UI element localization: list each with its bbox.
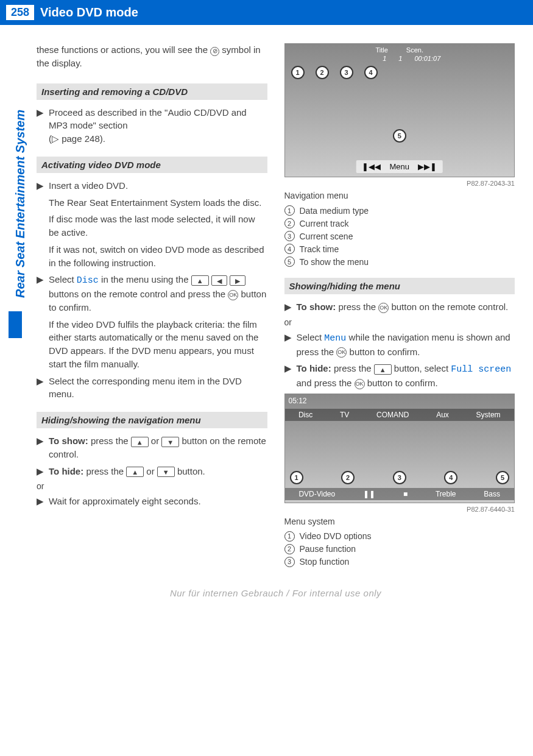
callout-num-icon: 2: [284, 544, 295, 554]
up-button-icon: ▲: [131, 437, 149, 447]
callout-num-icon: 3: [284, 231, 295, 241]
label-to-show: To show:: [49, 436, 88, 446]
figure1-caption: Navigation menu: [284, 191, 515, 200]
figure1-code: P82.87-2043-31: [284, 180, 515, 187]
callout-text: Current track: [300, 219, 349, 228]
step-marker-icon: ▶: [37, 434, 45, 461]
down-button-icon: ▼: [157, 467, 175, 477]
callout-text: Stop function: [300, 557, 350, 567]
prev-icon: ❚◀◀: [362, 162, 381, 171]
callout-2-icon: 2: [316, 66, 329, 79]
callout-3-icon: 3: [340, 66, 353, 79]
text: press the: [336, 302, 378, 312]
figure2-caption: Menu system: [284, 517, 515, 526]
callout-4-icon: 4: [444, 471, 457, 484]
pause-icon: ❚❚: [363, 490, 375, 498]
text: Select: [297, 332, 325, 342]
label-to-hide: To hide:: [49, 466, 83, 476]
callout-num-icon: 2: [284, 218, 295, 228]
callout-4-icon: 4: [364, 66, 378, 79]
label-to-show: To show:: [297, 302, 336, 312]
step-marker-icon: ▶: [37, 106, 45, 146]
fig2-time: 05:12: [289, 397, 307, 405]
section-activating: Activating video DVD mode: [37, 157, 267, 173]
callout-5-icon: 5: [393, 129, 406, 143]
text: in the menu using the: [99, 274, 191, 284]
callout-num-icon: 3: [284, 557, 295, 567]
callout-num-icon: 1: [284, 205, 295, 216]
text: button.: [175, 466, 205, 476]
fig2-tab-comand: COMAND: [376, 411, 409, 419]
step-nav-hide: ▶ To hide: press the ▲ or ▼ button.: [37, 465, 267, 478]
text: button, select: [392, 363, 451, 373]
text: Wait for approximately eight seconds.: [49, 495, 267, 508]
label-to-hide: To hide:: [297, 363, 331, 373]
callout-1-icon: 1: [290, 471, 303, 484]
down-button-icon: ▼: [161, 437, 179, 447]
step-marker-icon: ▶: [37, 465, 45, 478]
section-hiding-nav: Hiding/showing the navigation menu: [37, 412, 267, 428]
step-marker-icon: ▶: [37, 179, 45, 270]
figure2-callouts: 1Video DVD options 2Pause function 3Stop…: [284, 531, 515, 567]
step-marker-icon: ▶: [37, 273, 45, 370]
text: Select: [49, 274, 77, 284]
ok-button-icon: OK: [228, 290, 238, 300]
fig1-title-num: 1: [383, 55, 386, 62]
text: If the video DVD fulfils the playback cr…: [49, 318, 267, 371]
fig2-treble: Treble: [436, 490, 456, 498]
fig2-dvdvideo: DVD-Video: [298, 490, 335, 498]
text: If disc mode was the last mode selected,…: [49, 213, 267, 239]
intro-line1: these functions or actions, you will see…: [37, 44, 208, 55]
prohibit-icon: ⊘: [210, 47, 219, 56]
step-menu-select: ▶ Select Menu while the navigation menu …: [284, 331, 515, 359]
mono-disc: Disc: [77, 275, 99, 286]
fig2-tab-disc: Disc: [298, 411, 312, 419]
callout-num-icon: 5: [284, 256, 295, 267]
text: press the: [331, 363, 374, 373]
up-button-icon: ▲: [191, 275, 209, 286]
section-inserting: Inserting and removing a CD/DVD: [37, 83, 267, 100]
callout-num-icon: 1: [284, 531, 295, 542]
text: press the: [83, 466, 126, 476]
callout-3-icon: 3: [393, 471, 406, 484]
figure2-code: P82.87-6440-31: [284, 506, 515, 513]
callout-text: Current scene: [300, 231, 353, 241]
page-content: Rear Seat Entertainment System these fun…: [0, 25, 533, 726]
callout-1-icon: 1: [291, 66, 305, 79]
text: or: [149, 436, 162, 446]
section-showing-menu: Showing/hiding the menu: [284, 278, 515, 294]
text: buttons on the remote control and press …: [49, 289, 228, 299]
step-select-disc: ▶ Select Disc in the menu using the ▲ ◀ …: [37, 273, 267, 370]
text: If it was not, switch on video DVD mode …: [49, 243, 267, 270]
side-tab-label: Rear Seat Entertainment System: [13, 110, 27, 298]
or-separator: or: [284, 317, 515, 327]
callout-text: To show the menu: [300, 257, 369, 267]
fig2-bass: Bass: [484, 490, 500, 498]
figure-menu-system: 05:12 Disc TV COMAND Aux System 1 2 3 4 …: [284, 394, 515, 503]
mono-menu: Menu: [324, 333, 346, 344]
callout-num-icon: 4: [284, 244, 295, 254]
footer-watermark: Nur für internen Gebrauch / For internal…: [37, 588, 515, 598]
header-title: Video DVD mode: [40, 5, 138, 19]
next-icon: ▶▶❚: [418, 162, 437, 171]
right-button-icon: ▶: [230, 275, 245, 286]
intro-text: these functions or actions, you will see…: [37, 43, 267, 70]
fig2-tab-aux: Aux: [436, 411, 449, 419]
callout-text: Video DVD options: [300, 531, 372, 541]
side-marker: [9, 311, 22, 338]
ok-button-icon: OK: [336, 347, 347, 358]
step-marker-icon: ▶: [284, 300, 293, 314]
header-bar: 258 Video DVD mode: [0, 0, 533, 25]
or-separator: or: [37, 481, 267, 491]
text: Select the corresponding menu item in th…: [49, 375, 267, 401]
text: button to confirm.: [365, 378, 438, 388]
left-column: these functions or actions, you will see…: [37, 43, 267, 570]
step-marker-icon: ▶: [284, 331, 293, 359]
step-insert-proceed: ▶ Proceed as described in the "Audio CD/…: [37, 106, 267, 146]
page-ref-icon: ▷: [52, 133, 59, 144]
text: button to confirm.: [347, 347, 420, 357]
text: page 248).: [59, 133, 105, 144]
callout-5-icon: 5: [496, 471, 509, 484]
step-marker-icon: ▶: [284, 362, 293, 390]
text: Proceed as described in the "Audio CD/DV…: [49, 107, 247, 131]
